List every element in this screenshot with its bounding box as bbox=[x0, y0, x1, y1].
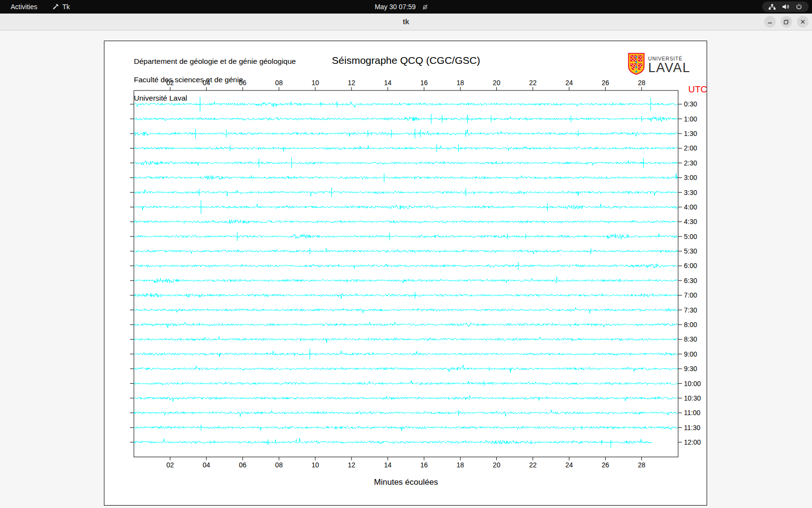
row-time-label: 8:00 bbox=[684, 321, 697, 329]
x-tick-label-top: 22 bbox=[529, 79, 537, 87]
x-tick-label-bottom: 10 bbox=[311, 461, 319, 469]
x-tick-label-top: 28 bbox=[638, 79, 646, 87]
row-time-label: 5:00 bbox=[684, 233, 697, 240]
clock-menu[interactable]: May 30 07:59 bbox=[375, 0, 429, 14]
x-tick-label-bottom: 24 bbox=[566, 461, 573, 469]
x-tick-label-top: 06 bbox=[239, 79, 246, 87]
row-time-label: 7:30 bbox=[684, 306, 697, 314]
row-time-label: 4:30 bbox=[684, 218, 697, 225]
clock-label: May 30 07:59 bbox=[375, 3, 416, 11]
seismogram-trace bbox=[134, 277, 678, 283]
row-time-label: 2:00 bbox=[684, 144, 697, 152]
seismogram-trace bbox=[134, 204, 678, 210]
seismogram-trace bbox=[134, 190, 678, 196]
row-time-label: 10:00 bbox=[684, 380, 701, 388]
row-time-label: 12:00 bbox=[684, 438, 701, 446]
app-indicator[interactable]: Tk bbox=[52, 0, 70, 14]
row-time-label: 1:00 bbox=[684, 115, 697, 123]
x-tick-label-top: 08 bbox=[275, 79, 283, 87]
x-axis-title: Minutes écoulées bbox=[374, 478, 438, 487]
x-tick-label-bottom: 14 bbox=[384, 461, 392, 469]
x-tick-label-top: 04 bbox=[203, 79, 210, 87]
seismogram-trace bbox=[134, 264, 678, 269]
power-icon bbox=[796, 3, 802, 10]
system-status-area[interactable] bbox=[762, 1, 809, 12]
row-time-label: 9:30 bbox=[684, 365, 697, 373]
window-title: tk bbox=[0, 14, 812, 30]
x-tick-label-bottom: 18 bbox=[457, 461, 464, 469]
seismograph-plot: 0202040406060808101012121414161618182020… bbox=[104, 41, 707, 505]
row-time-label: 5:30 bbox=[684, 247, 697, 255]
activities-label: Activities bbox=[11, 3, 37, 11]
x-tick-label-top: 24 bbox=[566, 79, 573, 87]
x-tick-label-top: 12 bbox=[348, 79, 355, 87]
seismogram-trace bbox=[134, 130, 678, 137]
seismogram-trace bbox=[134, 351, 678, 357]
row-time-label: 3:00 bbox=[684, 174, 697, 181]
window-title-bar[interactable]: tk bbox=[0, 14, 812, 30]
row-time-label: 6:00 bbox=[684, 262, 697, 269]
seismogram-trace bbox=[134, 220, 678, 224]
seismogram-trace bbox=[134, 248, 678, 254]
x-tick-label-bottom: 02 bbox=[166, 461, 174, 469]
x-tick-label-top: 10 bbox=[311, 79, 319, 87]
utc-label: UTC bbox=[688, 84, 707, 94]
row-time-label: 6:30 bbox=[684, 277, 697, 284]
gnome-top-bar: Activities Tk May 30 07:59 bbox=[0, 0, 812, 14]
seismogram-trace bbox=[134, 293, 678, 299]
app-indicator-label: Tk bbox=[62, 3, 70, 11]
x-tick-label-bottom: 28 bbox=[638, 461, 646, 469]
x-tick-label-top: 26 bbox=[602, 79, 609, 87]
row-time-label: 1:30 bbox=[684, 130, 697, 137]
volume-icon bbox=[782, 3, 789, 10]
seismogram-trace bbox=[134, 146, 678, 151]
row-time-label: 10:30 bbox=[684, 394, 701, 402]
x-tick-label-bottom: 08 bbox=[275, 461, 283, 469]
row-time-label: 11:30 bbox=[684, 424, 700, 432]
x-tick-label-bottom: 26 bbox=[602, 461, 609, 469]
activities-button[interactable]: Activities bbox=[6, 0, 42, 14]
x-tick-label-top: 20 bbox=[493, 79, 501, 87]
minimize-button[interactable] bbox=[764, 16, 776, 28]
x-tick-label-top: 18 bbox=[457, 79, 464, 87]
row-time-label: 4:00 bbox=[684, 203, 697, 211]
network-icon bbox=[768, 4, 776, 10]
seismogram-trace bbox=[134, 365, 678, 373]
seismogram-trace bbox=[134, 336, 678, 343]
row-time-label: 9:00 bbox=[684, 350, 697, 358]
plot-border bbox=[134, 90, 678, 457]
seismogram-trace bbox=[134, 395, 678, 402]
seismogram-trace bbox=[134, 117, 678, 122]
x-tick-label-top: 02 bbox=[166, 79, 174, 87]
row-time-label: 7:00 bbox=[684, 291, 697, 299]
seismogram-trace bbox=[134, 426, 678, 431]
x-tick-label-top: 14 bbox=[384, 79, 392, 87]
row-time-label: 2:30 bbox=[684, 159, 697, 167]
row-time-label: 8:30 bbox=[684, 335, 697, 343]
seismogram-trace bbox=[134, 308, 678, 314]
seismogram-trace bbox=[134, 102, 678, 108]
x-tick-label-bottom: 04 bbox=[203, 461, 210, 469]
x-tick-label-bottom: 22 bbox=[529, 461, 537, 469]
maximize-button[interactable] bbox=[781, 16, 792, 28]
seismogram-trace bbox=[134, 410, 678, 417]
seismogram-trace bbox=[134, 381, 678, 386]
seismogram-trace bbox=[134, 438, 652, 444]
seismograph-canvas: Département de géologie et de génie géol… bbox=[104, 41, 707, 506]
row-time-label: 3:30 bbox=[684, 189, 697, 196]
tk-app-icon bbox=[52, 3, 59, 10]
x-tick-label-bottom: 06 bbox=[239, 461, 246, 469]
seismogram-trace bbox=[134, 174, 678, 180]
seismogram-trace bbox=[134, 234, 678, 239]
row-time-label: 11:00 bbox=[684, 409, 700, 417]
x-tick-label-bottom: 12 bbox=[348, 461, 355, 469]
row-time-label: 0:30 bbox=[684, 100, 697, 108]
seismogram-trace bbox=[134, 161, 678, 166]
x-tick-label-top: 16 bbox=[420, 79, 428, 87]
x-tick-label-bottom: 20 bbox=[493, 461, 501, 469]
x-tick-label-bottom: 16 bbox=[420, 461, 428, 469]
close-button[interactable] bbox=[797, 16, 809, 28]
notifications-muted-icon bbox=[421, 3, 429, 11]
seismogram-trace bbox=[134, 322, 678, 328]
